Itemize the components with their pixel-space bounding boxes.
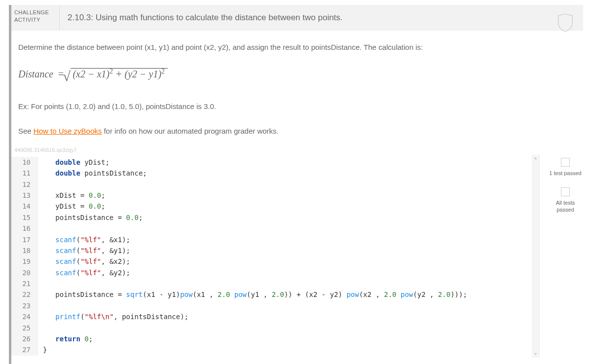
code-content[interactable]: scanf("%lf", &x2); bbox=[38, 256, 130, 267]
line-number: 19 bbox=[11, 256, 38, 267]
challenge-activity-card: CHALLENGE ACTIVITY 2.10.3: Using math fu… bbox=[9, 5, 583, 364]
code-line[interactable]: 16 bbox=[11, 223, 539, 234]
line-number: 14 bbox=[11, 201, 38, 212]
code-line[interactable]: 12 bbox=[11, 179, 539, 190]
test-all-label: All tests passed bbox=[548, 199, 583, 214]
code-content[interactable] bbox=[38, 179, 43, 190]
test-results-column: 1 test passed All tests passed bbox=[548, 155, 583, 224]
code-line[interactable]: 25 bbox=[11, 323, 539, 333]
code-editor[interactable]: 10 double yDist;11 double pointsDistance… bbox=[11, 155, 540, 358]
code-content[interactable]: } bbox=[38, 344, 47, 355]
code-line[interactable]: 21 bbox=[11, 278, 539, 289]
code-content[interactable] bbox=[38, 223, 43, 234]
checkbox-icon bbox=[561, 187, 570, 196]
code-content[interactable]: scanf("%lf", &y1); bbox=[38, 245, 130, 256]
code-content[interactable]: scanf("%lf", &x1); bbox=[38, 234, 130, 245]
scroll-down-icon[interactable]: ⌄ bbox=[534, 349, 537, 357]
line-number: 25 bbox=[11, 323, 38, 333]
example-text: Ex: For points (1.0, 2.0) and (1.0, 5.0)… bbox=[18, 101, 576, 112]
code-line[interactable]: 11 double pointsDistance; bbox=[11, 168, 539, 179]
line-number: 24 bbox=[11, 311, 38, 322]
line-number: 11 bbox=[11, 168, 38, 179]
scroll-up-icon[interactable]: ⌃ bbox=[534, 156, 537, 164]
test-all-status: All tests passed bbox=[548, 187, 583, 214]
line-number: 20 bbox=[11, 267, 38, 278]
see-suffix: for info on how our automated program gr… bbox=[102, 127, 279, 135]
activity-type-tag: CHALLENGE ACTIVITY bbox=[11, 5, 60, 30]
code-line[interactable]: 19 scanf("%lf", &x2); bbox=[11, 256, 539, 267]
code-content[interactable]: return 0; bbox=[38, 333, 93, 344]
activity-title: 2.10.3: Using math functions to calculat… bbox=[60, 5, 583, 30]
code-content[interactable]: yDist = 0.0; bbox=[38, 201, 105, 212]
test-1-label: 1 test passed bbox=[548, 170, 583, 177]
instructions-text: Determine the distance between point (x1… bbox=[11, 31, 583, 57]
code-content[interactable]: double pointsDistance; bbox=[38, 168, 147, 179]
line-number: 26 bbox=[11, 333, 38, 344]
radical-icon: √ bbox=[63, 66, 70, 88]
see-prefix: See bbox=[18, 127, 34, 135]
see-how-to-use: See How to Use zyBooks for info on how o… bbox=[18, 125, 576, 137]
code-line[interactable]: 24 printf("%lf\n", pointsDistance); bbox=[11, 311, 539, 322]
code-content[interactable]: printf("%lf\n", pointsDistance); bbox=[38, 311, 188, 322]
code-content[interactable]: double yDist; bbox=[38, 157, 110, 168]
tag-line-2: ACTIVITY bbox=[14, 16, 56, 24]
code-line[interactable]: 26 return 0; bbox=[11, 333, 539, 344]
how-to-use-link[interactable]: How to Use zyBooks bbox=[34, 127, 102, 135]
activity-hash: 449096.3145616.qx3zqy7 bbox=[14, 146, 580, 155]
line-number: 18 bbox=[11, 245, 38, 256]
square-root-expression: √ (x2 − x1)2 + (y2 − y1)2 bbox=[69, 66, 168, 82]
code-content[interactable]: xDist = 0.0; bbox=[38, 190, 105, 201]
checkbox-icon bbox=[561, 158, 570, 167]
line-number: 23 bbox=[11, 300, 38, 311]
code-line[interactable]: 18 scanf("%lf", &y1); bbox=[11, 245, 539, 256]
activity-header: CHALLENGE ACTIVITY 2.10.3: Using math fu… bbox=[11, 5, 583, 31]
code-line[interactable]: 15 pointsDistance = 0.0; bbox=[11, 212, 539, 223]
line-number: 12 bbox=[11, 179, 38, 190]
editor-scrollbar[interactable]: ⌃ ⌄ bbox=[532, 155, 539, 358]
code-content[interactable] bbox=[38, 300, 43, 311]
distance-formula: Distance = √ (x2 − x1)2 + (y2 − y1)2 bbox=[18, 66, 576, 82]
code-content[interactable]: pointsDistance = sqrt(x1 - y1)pow(x1 , 2… bbox=[38, 289, 467, 300]
code-content[interactable] bbox=[38, 323, 43, 333]
completion-shield-icon bbox=[556, 14, 574, 32]
code-content[interactable] bbox=[38, 278, 43, 289]
code-content[interactable]: scanf("%lf", &y2); bbox=[38, 267, 130, 278]
line-number: 15 bbox=[11, 212, 38, 223]
line-number: 10 bbox=[11, 157, 38, 168]
line-number: 22 bbox=[11, 289, 38, 300]
line-number: 21 bbox=[11, 278, 38, 289]
formula-label: Distance bbox=[18, 66, 53, 82]
line-number: 16 bbox=[11, 223, 38, 234]
code-line[interactable]: 14 yDist = 0.0; bbox=[11, 201, 539, 212]
code-line[interactable]: 13 xDist = 0.0; bbox=[11, 190, 539, 201]
line-number: 27 bbox=[11, 344, 38, 355]
code-line[interactable]: 10 double yDist; bbox=[11, 157, 539, 168]
code-line[interactable]: 17 scanf("%lf", &x1); bbox=[11, 234, 539, 245]
code-line[interactable]: 27} bbox=[11, 344, 539, 355]
line-number: 13 bbox=[11, 190, 38, 201]
code-line[interactable]: 20 scanf("%lf", &y2); bbox=[11, 267, 539, 278]
code-line[interactable]: 22 pointsDistance = sqrt(x1 - y1)pow(x1 … bbox=[11, 289, 539, 300]
tag-line-1: CHALLENGE bbox=[14, 9, 56, 16]
test-1-status: 1 test passed bbox=[548, 158, 583, 177]
code-content[interactable]: pointsDistance = 0.0; bbox=[38, 212, 143, 223]
line-number: 17 bbox=[11, 234, 38, 245]
code-line[interactable]: 23 bbox=[11, 300, 539, 311]
